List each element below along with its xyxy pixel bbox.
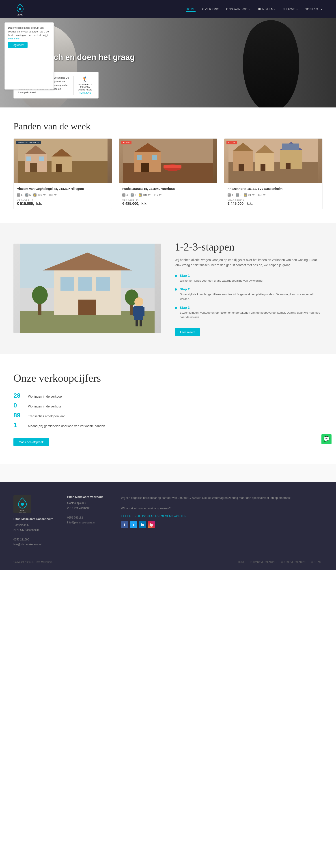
chevron-down-icon bbox=[274, 9, 276, 10]
cijfer-item: 1 Maand(en) gemiddelde doorloop van verk… bbox=[13, 422, 323, 429]
cookie-text: Deze website maakt gebruik van cookies o… bbox=[8, 26, 50, 37]
nav-contact[interactable]: CONTACT bbox=[305, 7, 323, 11]
office2-details: Oosthoutplein 9 2215 VM Voorhout 0252 76… bbox=[67, 501, 112, 525]
cijfer-label: Maand(en) gemiddelde doorloop van verkoc… bbox=[28, 424, 105, 428]
footer-contact-cta-link[interactable]: LAAT HIER JE CONTACTGEGEVENS ACHTER bbox=[121, 515, 187, 518]
property-price: € 515.000,- k.k. bbox=[17, 202, 109, 206]
steps-content: 1-2-3-stappen Wij hebben allerlei vragen… bbox=[175, 241, 323, 336]
nav-over-ons[interactable]: OVER ONS bbox=[202, 7, 219, 11]
footer-bottom: Copyright © 2024 - Pitch Makelaars HOME … bbox=[13, 556, 323, 563]
property-card[interactable]: KOOP Friezenhorst 18, 2171VJ Sassenheim … bbox=[224, 138, 323, 209]
cookie-learn-more-link[interactable]: Lees meer bbox=[8, 37, 20, 40]
social-icons: f t in ig bbox=[121, 521, 323, 528]
cijfer-label: Woningen in de verhuur bbox=[28, 405, 61, 408]
svg-rect-53 bbox=[140, 320, 142, 327]
cijfers-title: Onze verkoopcijfers bbox=[13, 372, 323, 384]
footer-link-home[interactable]: HOME bbox=[238, 561, 245, 563]
nav-home[interactable]: HOME bbox=[186, 7, 195, 11]
spec-beds: 🛏 4 bbox=[122, 193, 128, 196]
property-info: Vincent van Goghsingel 48, 2182LP Hilleg… bbox=[14, 183, 112, 209]
footer-bottom-links: HOME PRIVACYVERKLARING COOKIEVERKLARING … bbox=[238, 561, 323, 563]
footer-contact-text: Wij zijn dagelijks bereikbaar op kantoor… bbox=[121, 495, 323, 511]
size-icon: 📐 bbox=[33, 193, 36, 196]
site-footer: PITCH MAKELAARS Pitch Makelaars Sassenhe… bbox=[0, 482, 336, 570]
svg-rect-41 bbox=[79, 277, 92, 290]
spec-size1: 📐 101 m² bbox=[139, 193, 151, 196]
hero-section: Wij zijn Pitch en doen het graag anders … bbox=[0, 18, 336, 107]
section-spacer bbox=[0, 464, 336, 482]
cookie-accept-button[interactable]: Begrepen! bbox=[8, 42, 28, 48]
award-title: DE STERKSTE SCHAKEL VAN DE REGIO RIJNLAN… bbox=[77, 83, 94, 95]
step-title: Stap 2 bbox=[180, 287, 323, 291]
office1-phone-link[interactable]: 0252 211690 bbox=[13, 538, 29, 541]
whatsapp-button[interactable]: 💬 bbox=[322, 434, 332, 444]
logo[interactable]: PITCH MAKELAARS bbox=[13, 2, 27, 16]
step-title: Stap 1 bbox=[180, 274, 264, 277]
footer-brand: PITCH MAKELAARS Pitch Makelaars Sassenhe… bbox=[13, 495, 58, 547]
facebook-icon[interactable]: f bbox=[121, 521, 128, 528]
svg-rect-13 bbox=[56, 164, 62, 172]
instagram-icon[interactable]: ig bbox=[148, 521, 155, 528]
footer-contact-column: Wij zijn dagelijks bereikbaar op kantoor… bbox=[121, 495, 323, 547]
size-icon: 📐 bbox=[139, 193, 142, 196]
spec-size1: 📐 166 m² bbox=[33, 193, 46, 196]
property-card[interactable]: KOOP Fuchsiastraat 15, 2215ML Voorhout 🛏… bbox=[119, 138, 217, 209]
footer-link-privacy[interactable]: PRIVACYVERKLARING bbox=[250, 561, 276, 563]
property-card[interactable]: NIEUW IN VERKOOP Vincent van Goghsingel … bbox=[13, 138, 112, 209]
svg-rect-34 bbox=[285, 163, 291, 169]
bath-icon: 🚿 bbox=[131, 193, 134, 196]
cijfer-item: 28 Woningen in de verkoop bbox=[13, 392, 323, 399]
step-item-2: Stap 2 Onze styliste komt langs. Hierna … bbox=[175, 287, 323, 302]
svg-rect-22 bbox=[163, 165, 181, 168]
bath-icon: 🚿 bbox=[236, 193, 239, 196]
site-header: PITCH MAKELAARS HOME OVER ONS ONS AANBOD bbox=[0, 0, 336, 18]
copyright-text: Copyright © 2024 - Pitch Makelaars bbox=[13, 561, 53, 563]
footer-office-1: Pitch Makelaars Sassenheim Hortuslaan 6 … bbox=[13, 517, 58, 547]
step-desc: Onze styliste komt langs. Hierna worden … bbox=[180, 292, 323, 302]
spec-size2: 117 m² bbox=[154, 193, 162, 196]
footer-link-cookies[interactable]: COOKIEVERKLARING bbox=[281, 561, 306, 563]
price-label: VRAAGPRIJS bbox=[227, 199, 319, 202]
svg-rect-18 bbox=[141, 163, 149, 172]
office1-address: Hortuslaan 6 2171 CK Sassenheim 0252 211… bbox=[13, 523, 58, 547]
step-dot bbox=[175, 275, 177, 277]
steps-read-more-button[interactable]: Lees meer! bbox=[175, 328, 200, 336]
nav-nieuws[interactable]: NIEUWS bbox=[282, 7, 298, 11]
office2-email-link[interactable]: info@pitchmakelaars.nl bbox=[67, 521, 95, 524]
property-photo bbox=[224, 138, 322, 183]
footer-grid: PITCH MAKELAARS Pitch Makelaars Sassenhe… bbox=[13, 495, 323, 547]
property-badge: KOOP bbox=[226, 141, 237, 145]
steps-title: 1-2-3-stappen bbox=[175, 241, 323, 253]
svg-rect-51 bbox=[141, 307, 145, 316]
chevron-down-icon bbox=[321, 9, 323, 10]
svg-rect-9 bbox=[26, 156, 31, 161]
property-price: € 485.000,- k.k. bbox=[122, 202, 214, 206]
footer-logo[interactable]: PITCH MAKELAARS bbox=[13, 495, 58, 514]
office2-name: Pitch Makelaars Voorhout bbox=[67, 495, 112, 499]
svg-rect-19 bbox=[136, 155, 142, 160]
svg-text:PITCH: PITCH bbox=[20, 510, 25, 512]
bed-icon: 🛏 bbox=[17, 193, 20, 196]
twitter-icon[interactable]: t bbox=[130, 521, 137, 528]
steps-intro: Wij hebben allerlei vragen voor jou op e… bbox=[175, 257, 323, 268]
make-appointment-button[interactable]: Maak een afspraak bbox=[13, 438, 49, 446]
step-dot bbox=[175, 307, 177, 309]
office1-email-link[interactable]: info@pitchmakelaars.nl bbox=[13, 543, 41, 546]
office2-phone-link[interactable]: 0252 769132 bbox=[67, 516, 83, 519]
property-price: € 445.000,- k.k. bbox=[227, 202, 319, 206]
property-address: Vincent van Goghsingel 48, 2182LP Hilleg… bbox=[17, 187, 109, 191]
cijfer-item: 89 Transacties afgelopen jaar bbox=[13, 412, 323, 419]
linkedin-icon[interactable]: in bbox=[139, 521, 146, 528]
nav-ons-aanbod[interactable]: ONS AANBOD bbox=[226, 7, 250, 11]
spec-baths: 🚿 5 bbox=[25, 193, 31, 196]
footer-link-contact[interactable]: CONTACT bbox=[311, 561, 323, 563]
main-nav: HOME OVER ONS ONS AANBOD DIENSTEN bbox=[186, 7, 323, 11]
nav-diensten[interactable]: DIENSTEN bbox=[257, 7, 276, 11]
property-photo bbox=[14, 138, 112, 183]
property-photo bbox=[119, 138, 217, 183]
step-content: Stap 1 Wij komen langs voor een gratis w… bbox=[180, 274, 264, 283]
svg-rect-40 bbox=[60, 277, 74, 290]
step-title: Stap 3 bbox=[180, 306, 323, 309]
bath-icon: 🚿 bbox=[25, 193, 28, 196]
bed-icon: 🛏 bbox=[122, 193, 125, 196]
